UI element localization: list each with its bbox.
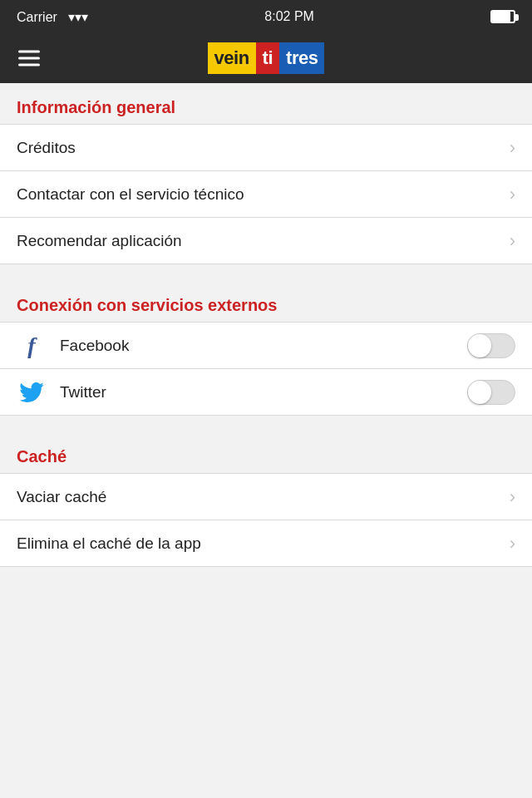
logo-part-vein: vein xyxy=(208,42,256,74)
nav-bar: vein ti tres xyxy=(0,33,532,83)
list-item-contactar[interactable]: Contactar con el servicio técnico › xyxy=(0,171,532,218)
logo-part-tres: tres xyxy=(279,42,324,74)
app-logo: vein ti tres xyxy=(208,42,325,74)
chevron-icon-vaciar-cache: › xyxy=(510,486,515,508)
battery-area xyxy=(490,10,515,23)
list-item-recomendar[interactable]: Recomendar aplicación › xyxy=(0,218,532,264)
battery-icon xyxy=(490,10,515,23)
vaciar-cache-label: Vaciar caché xyxy=(17,488,106,506)
hamburger-line-1 xyxy=(18,51,40,53)
list-group-general: Créditos › Contactar con el servicio téc… xyxy=(0,124,532,264)
chevron-icon-contactar: › xyxy=(510,184,515,205)
section-label-cache: Caché xyxy=(17,447,66,466)
twitter-toggle[interactable] xyxy=(467,380,515,405)
list-item-facebook[interactable]: f Facebook xyxy=(0,323,532,369)
section-header-social: Conexión con servicios externos xyxy=(0,281,532,322)
section-label-general: Información general xyxy=(17,98,175,116)
list-item-vaciar-cache[interactable]: Vaciar caché › xyxy=(0,474,532,520)
recomendar-label: Recomendar aplicación xyxy=(17,232,182,250)
contactar-label: Contactar con el servicio técnico xyxy=(17,185,244,204)
facebook-label: Facebook xyxy=(60,337,129,355)
eliminar-cache-label: Elimina el caché de la app xyxy=(17,534,201,553)
list-item-twitter[interactable]: Twitter xyxy=(0,369,532,416)
facebook-icon: f xyxy=(17,331,47,361)
list-group-social: f Facebook Twitter xyxy=(0,322,532,416)
twitter-left: Twitter xyxy=(17,377,106,407)
chevron-icon-recomendar: › xyxy=(510,230,515,252)
carrier-wifi: Carrier ▾▾▾ xyxy=(17,9,88,25)
twitter-icon xyxy=(17,377,47,407)
list-group-cache: Vaciar caché › Elimina el caché de la ap… xyxy=(0,473,532,567)
list-item-eliminar-cache[interactable]: Elimina el caché de la app › xyxy=(0,520,532,567)
toggle-knob-twitter xyxy=(468,381,491,404)
time-display: 8:02 PM xyxy=(264,9,314,24)
logo-part-ti: ti xyxy=(256,42,279,74)
section-label-social: Conexión con servicios externos xyxy=(17,296,277,314)
section-header-cache: Caché xyxy=(0,432,532,473)
section-header-general: Información general xyxy=(0,83,532,124)
chevron-icon-creditos: › xyxy=(510,137,515,159)
hamburger-line-3 xyxy=(18,64,40,66)
facebook-left: f Facebook xyxy=(17,331,129,361)
menu-button[interactable] xyxy=(13,46,45,71)
chevron-icon-eliminar-cache: › xyxy=(510,533,515,554)
status-bar: Carrier ▾▾▾ 8:02 PM xyxy=(0,0,532,33)
creditos-label: Créditos xyxy=(17,139,76,157)
list-item-creditos[interactable]: Créditos › xyxy=(0,125,532,171)
content-area: Información general Créditos › Contactar… xyxy=(0,83,532,567)
toggle-knob-facebook xyxy=(468,334,491,357)
hamburger-line-2 xyxy=(18,57,40,60)
twitter-label: Twitter xyxy=(60,383,106,401)
spacer-2 xyxy=(0,416,532,432)
carrier-label: Carrier xyxy=(17,10,57,24)
spacer-1 xyxy=(0,264,532,281)
wifi-icon: ▾▾▾ xyxy=(68,10,88,24)
facebook-toggle[interactable] xyxy=(467,333,515,358)
